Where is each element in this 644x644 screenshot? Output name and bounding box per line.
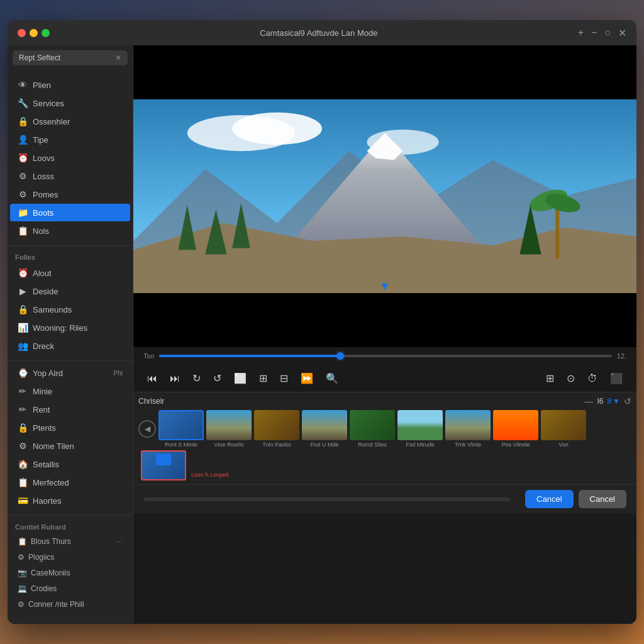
rewind-button[interactable]: ⏮ [143,370,161,387]
record-button[interactable]: ⊙ [563,370,579,387]
prev-circle-button[interactable]: ◀ [138,420,156,438]
confirm-button[interactable]: Cancel [525,490,573,508]
mountain-svg [133,99,636,292]
collapse-button[interactable]: — [584,396,593,406]
sidebar-item-losss[interactable]: ⚙ Losss [10,167,130,185]
yop-alrd-icon: ⌚ [18,368,28,378]
sidebar-item-pomes[interactable]: ⚙ Pomes [10,186,130,203]
thumb-label-8: Von [558,441,569,448]
thumb-item-1[interactable]: Vine Roorlo [206,410,252,448]
plogiics-icon: ⚙ [18,553,25,562]
scrubber-track[interactable] [159,355,612,357]
sidebar-item-label: Nols [33,226,49,236]
sidebar-item-wooning[interactable]: 📊 Wooning: Riles [10,319,130,336]
context-item-label: Conner /nte Phili [28,600,84,609]
row2-label-area: Loen h Lonpeti [189,450,229,480]
sidebar-item-dreck[interactable]: 👥 Dreck [10,337,130,355]
sidebar-item-label: Ossenhler [33,117,70,126]
sidebar-top-section: 👁 Plien 🔧 Services 🔒 Ossenhler 👤 Tipe ⏰ [8,70,133,246]
skip-forward-button[interactable]: ⏭ [166,370,184,387]
sidebar-item-setallis[interactable]: 🏠 Setallis [10,455,130,473]
thumb-item-8[interactable]: Von [541,410,586,448]
sidebar-item-rent[interactable]: ✏ Rent [10,401,130,418]
context-item-casemoniis[interactable]: 📷 CaseMoniis [10,565,130,580]
right-panel: ▼ Tsn 12. ⏮ ⏭ ↻ ↺ ⬜ ⊞ ⊟ ⏩ 🔍 [133,45,636,624]
thumb-item-0[interactable]: Pont S Minte [158,410,204,448]
search-button[interactable]: Rept Seftect ✕ [13,50,128,65]
footer-area: Cancel Cancel [133,484,636,513]
playhead-icon: ▼ [379,280,391,293]
thumb-item-5[interactable]: Fsd Mtrude [397,410,443,448]
close-icon[interactable]: ✕ [618,27,626,39]
sidebar-item-boots[interactable]: 📁 Boots [10,204,130,221]
sidebar-item-label: Wooning: Riles [33,323,87,333]
thumb-item-6[interactable]: Trnk Vlinle [445,410,491,448]
more-icon[interactable]: ··· [116,537,123,546]
deside-icon: ▶ [18,286,28,296]
sidebar-item-ossenhler[interactable]: 🔒 Ossenhler [10,113,130,130]
thumb-item-4[interactable]: Rsmd Sltes [350,410,395,448]
sidebar-item-tipe[interactable]: 👤 Tipe [10,131,130,148]
context-item-crodies[interactable]: 💻 Crodies [10,581,130,596]
selected-thumb-large[interactable] [141,450,186,480]
thumb-label-2: Tnin Paobs [262,441,291,448]
thumbnail-controls: — I6 8 ▼ ↺ [584,396,631,406]
sidebar-item-plien[interactable]: 👁 Plien [10,76,130,94]
sidebar-item-label: Plien [33,80,51,90]
sidebar-item-deside[interactable]: ▶ Deside [10,282,130,300]
sidebar-item-ptents[interactable]: 🔒 Ptents [10,419,130,436]
sidebar-item-haortes[interactable]: 💳 Haortes [10,492,130,509]
sidebar-item-label: Setallis [33,460,59,469]
dreck-icon: 👥 [18,341,28,351]
thumb-item-2[interactable]: Tnin Paobs [254,410,299,448]
alout-icon: ⏰ [18,268,28,278]
video-scene [133,45,636,347]
sidebar-item-services[interactable]: 🔧 Services [10,94,130,112]
fullscreen-icon[interactable]: ○ [604,27,611,39]
scrubber-thumb[interactable] [336,352,344,360]
timer-button[interactable]: ⏱ [584,370,601,387]
thumb-label-4: Rsmd Sltes [358,441,387,448]
sidebar-item-label: Alout [33,269,52,278]
sidebar-item-minie[interactable]: ✏ Minie [10,382,130,400]
sidebar-item-sameunds[interactable]: 🔒 Sameunds [10,301,130,318]
window-title: Camtasical9 Adftuvde Lan Mode [60,28,578,38]
casemoniis-icon: 📷 [18,569,27,577]
minimize-button[interactable] [30,29,38,37]
grid-button[interactable]: ⊞ [255,370,271,387]
loop-button[interactable]: ↺ [209,370,225,387]
crodies-icon: 💻 [18,584,27,593]
refresh-button[interactable]: ↺ [624,396,631,406]
thumb-item-7[interactable]: Pos Vilnole [493,410,538,448]
sidebar-item-merfected[interactable]: 📋 Merfected [10,474,130,491]
view-dropdown[interactable]: 8 ▼ [607,397,620,406]
context-item-blous[interactable]: 📋 Blous Thurs ··· [10,534,130,549]
close-button[interactable] [18,29,26,37]
context-item-plogiics[interactable]: ⚙ Plogiics [10,550,130,565]
sidebar-item-yop-alrd[interactable]: ⌚ Yop Alrd Phl [10,364,130,382]
layout-button[interactable]: ⊞ [542,370,558,387]
maximize-button[interactable] [42,29,50,37]
fast-forward-button[interactable]: ⏩ [297,370,317,387]
trim-button[interactable]: ⊟ [276,370,292,387]
horizontal-scrollbar[interactable] [143,497,510,501]
tipe-icon: 👤 [18,135,28,145]
thumb-item-3[interactable]: Frut U Mde [302,410,347,448]
context-item-conner[interactable]: ⚙ Conner /nte Phili [10,597,130,612]
minimize-icon[interactable]: − [591,27,597,39]
sidebar-item-nome-tilen[interactable]: ⚙ Nome Tilen [10,437,130,455]
sidebar-item-label: Pomes [33,190,58,199]
thumb-image-5 [397,410,443,440]
crop-button[interactable]: ⬜ [230,370,250,387]
sidebar-item-alout[interactable]: ⏰ Alout [10,264,130,282]
cancel-button[interactable]: Cancel [579,490,626,508]
add-icon[interactable]: + [578,27,584,39]
sidebar-item-loovs[interactable]: ⏰ Loovs [10,149,130,167]
frame-button[interactable]: ⬛ [606,370,626,387]
rotate-button[interactable]: ↻ [189,370,204,387]
close-search-icon[interactable]: ✕ [115,53,121,62]
sidebar-item-label: Minie [33,387,52,396]
sidebar-item-nols[interactable]: 📋 Nols [10,222,130,240]
thumb-image-8 [541,410,586,440]
zoom-button[interactable]: 🔍 [322,370,342,387]
